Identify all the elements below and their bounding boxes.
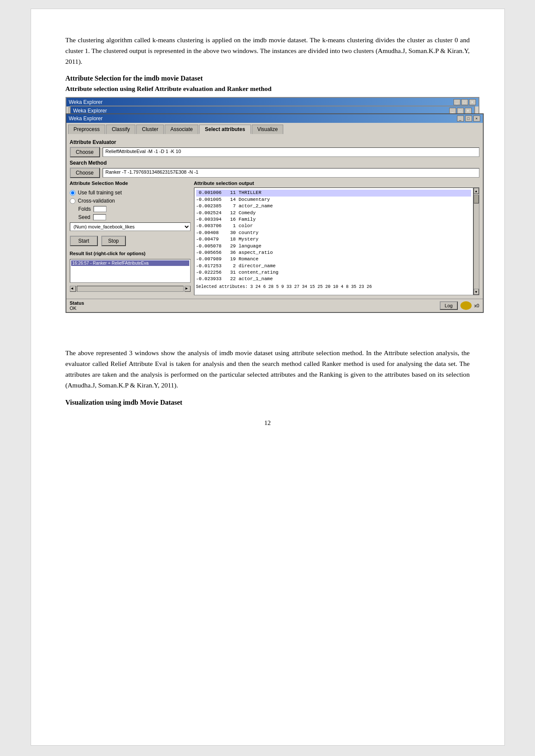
output-panel: Attribute selection output 0.001006 11 T… [194, 181, 479, 295]
scrollbar-thumb[interactable] [474, 195, 479, 203]
tab-preprocess[interactable]: Preprocess [68, 125, 106, 134]
output-line-13: -0.023933 22 actor_1_name [196, 276, 471, 282]
search-value-field: Ranker -T -1.7976931348623157E308 -N -1 [103, 168, 479, 178]
seed-label: Seed [78, 214, 91, 220]
weka-bg-title: Weka Explorer [69, 99, 103, 105]
full-training-radio[interactable] [70, 190, 75, 196]
section1-heading: Attribute Selection for the imdb movie D… [66, 75, 470, 82]
bg-minimize-btn[interactable]: _ [454, 99, 460, 105]
status-right: Log x0 [440, 301, 479, 310]
seed-row: Seed 1 [78, 214, 191, 220]
search-method-label: Search Method [70, 160, 479, 166]
choose-evaluator-btn[interactable]: Choose [70, 147, 100, 157]
tab-visualize[interactable]: Visualize [252, 125, 284, 134]
front-close-btn[interactable]: × [473, 116, 480, 122]
mode-section-title: Attribute Selection Mode [70, 181, 191, 186]
search-row: Choose Ranker -T -1.7976931348623157E308… [70, 168, 479, 178]
output-line-0: 0.001006 11 THRILLER [196, 190, 471, 196]
result-list-label: Result list (right-click for options) [70, 251, 191, 256]
weka-bird-icon [460, 301, 472, 310]
tab-cluster[interactable]: Cluster [136, 125, 164, 134]
weka-front-titlebar: Weka Explorer _ □ × [66, 114, 483, 123]
start-btn[interactable]: Start [70, 236, 98, 246]
section2-heading: Visualization using imdb Movie Dataset [66, 399, 470, 406]
tab-associate[interactable]: Associate [165, 125, 198, 134]
scroll-row: ◄ ► [70, 286, 191, 292]
output-line-5: -0.003706 1 color [196, 223, 471, 229]
weka-bg-titlebar: Weka Explorer _ □ × [66, 98, 479, 106]
weka-mid-title: Weka Explorer [73, 108, 107, 114]
choose-search-btn[interactable]: Choose [70, 168, 100, 178]
status-label: Status [70, 300, 84, 306]
result-item[interactable]: 16:26:57 - Ranker + ReliefFAttributeEva [71, 260, 189, 266]
output-line-8: -0.005078 29 language [196, 243, 471, 250]
cv-label: Cross-validation [78, 198, 115, 204]
output-with-scrollbar: 0.001006 11 THRILLER -0.001005 14 Docume… [194, 187, 479, 295]
output-line-11: -0.017253 2 director_name [196, 263, 471, 269]
intro-paragraph: The clustering algorithm called k-means … [66, 35, 470, 67]
weka-main-content: Attribute Evaluator Choose RelieffAttrib… [66, 134, 483, 299]
tab-select-attributes[interactable]: Select attributes [199, 125, 250, 134]
log-btn[interactable]: Log [440, 301, 458, 310]
status-section: Status OK [70, 300, 84, 311]
left-panel: Attribute Selection Mode Use full traini… [70, 181, 191, 295]
output-line-3: -0.002524 12 Comedy [196, 210, 471, 216]
weka-front-title: Weka Explorer [69, 116, 103, 122]
attribute-dropdown[interactable]: (Num) movie_facebook_likes [70, 222, 191, 231]
bg-maximize-btn[interactable]: □ [461, 99, 468, 105]
output-line-4: -0.003394 16 Family [196, 216, 471, 223]
conclusion-paragraph: The above represented 3 windows show the… [66, 348, 470, 390]
scroll-up-btn[interactable]: ▲ [474, 188, 479, 194]
status-bar: Status OK Log x0 [66, 299, 483, 312]
output-section-title: Attribute selection output [194, 181, 479, 186]
bg-close-btn[interactable]: × [469, 99, 476, 105]
result-list: 16:26:57 - Ranker + ReliefFAttributeEva [70, 259, 191, 283]
output-scrollbar[interactable]: ▲ ▼ [473, 187, 479, 295]
mid-minimize-btn[interactable]: _ [449, 108, 456, 114]
section1-subheading: Attribute selection using Relief Attribu… [66, 85, 470, 93]
scroll-track [77, 286, 184, 292]
full-training-label: Use full training set [78, 190, 122, 196]
output-line-2: -0.002385 7 actor_2_name [196, 203, 471, 209]
front-minimize-btn[interactable]: _ [457, 116, 464, 122]
front-win-controls: _ □ × [457, 116, 480, 122]
output-line-6: -0.00408 30 country [196, 230, 471, 236]
output-text-area: 0.001006 11 THRILLER -0.001005 14 Docume… [194, 187, 473, 295]
scroll-left-btn[interactable]: ◄ [70, 286, 76, 292]
evaluator-value-field: RelieffAttributeEval -M -1 -D 1 -K 10 [103, 147, 479, 157]
page: The clustering algorithm called k-means … [31, 9, 505, 746]
folds-label: Folds [78, 206, 91, 212]
output-line-7: -0.00479 18 Mystery [196, 236, 471, 243]
output-line-12: -0.022256 31 content_rating [196, 269, 471, 276]
folds-row: Folds 10 [78, 206, 191, 212]
selected-attrs-line: Selected attributes: 3 24 6 28 5 9 33 27… [196, 284, 471, 289]
status-ok: OK [70, 306, 84, 311]
output-line-10: -0.007989 19 Romance [196, 256, 471, 262]
page-number: 12 [66, 419, 470, 427]
scroll-right-btn[interactable]: ► [185, 286, 191, 292]
weka-tab-bar: Preprocess Classify Cluster Associate Se… [66, 123, 483, 134]
tab-classify[interactable]: Classify [106, 125, 135, 134]
full-training-radio-row: Use full training set [70, 190, 191, 196]
seed-input[interactable]: 1 [93, 214, 106, 220]
weka-front-window: Weka Explorer _ □ × Preprocess Classify … [66, 113, 484, 313]
output-line-9: -0.005656 36 aspect_ratio [196, 250, 471, 256]
attribute-evaluator-label: Attribute Evaluator [70, 139, 479, 145]
scroll-down-btn[interactable]: ▼ [474, 289, 479, 295]
start-stop-row: Start Stop [70, 236, 191, 246]
output-line-1: -0.001005 14 Documentary [196, 197, 471, 203]
front-maximize-btn[interactable]: □ [465, 116, 472, 122]
evaluator-row: Choose RelieffAttributeEval -M -1 -D 1 -… [70, 147, 479, 157]
mid-maximize-btn[interactable]: □ [457, 108, 464, 114]
cv-radio-row: Cross-validation [70, 198, 191, 204]
folds-input[interactable]: 10 [94, 206, 106, 212]
x0-label: x0 [474, 303, 479, 308]
stop-btn[interactable]: Stop [101, 236, 126, 246]
mode-output-area: Attribute Selection Mode Use full traini… [70, 181, 479, 295]
weka-screenshot: Weka Explorer _ □ × Preprocess Classify … [66, 97, 470, 338]
cv-radio[interactable] [70, 198, 75, 204]
mid-close-btn[interactable]: × [465, 108, 472, 114]
